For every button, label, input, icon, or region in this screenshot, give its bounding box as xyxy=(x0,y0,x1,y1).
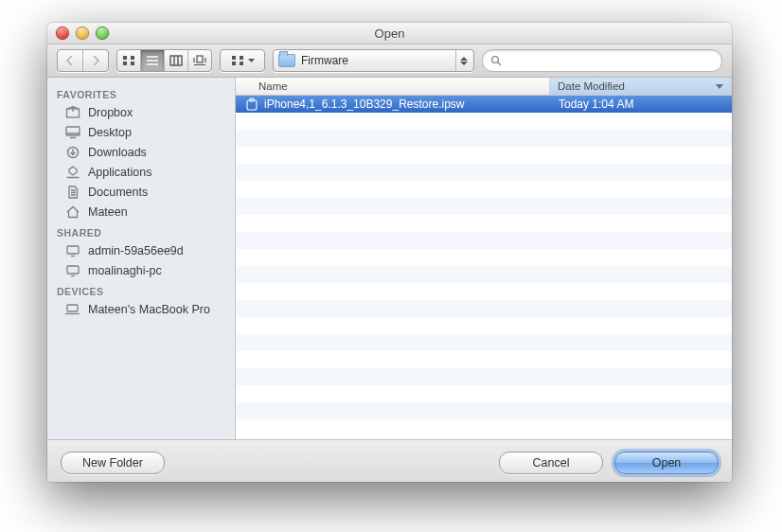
file-rows: iPhone4,1_6.1.3_10B329_Restore.ipswToday… xyxy=(236,96,732,439)
empty-row xyxy=(236,147,732,164)
col-date-modified[interactable]: Date Modified xyxy=(550,78,732,95)
minimize-icon[interactable] xyxy=(76,27,89,40)
dialog-footer: New Folder Cancel Open xyxy=(47,439,732,482)
toolbar: Firmware xyxy=(47,44,732,78)
laptop-icon xyxy=(64,302,80,316)
open-button[interactable]: Open xyxy=(614,452,719,474)
forward-button[interactable] xyxy=(83,50,108,71)
arrange-button[interactable] xyxy=(220,49,265,72)
sidebar-section-header: DEVICES xyxy=(47,280,235,299)
empty-row xyxy=(236,215,732,232)
empty-row xyxy=(236,334,732,351)
empty-row xyxy=(236,283,732,300)
sidebar-item-desktop[interactable]: Desktop xyxy=(47,122,235,142)
sidebar-section-header: FAVORITES xyxy=(47,83,235,102)
svg-rect-0 xyxy=(123,56,127,60)
back-button[interactable] xyxy=(58,50,83,71)
sidebar-item-dropbox[interactable]: Dropbox xyxy=(47,102,235,122)
view-coverflow-button[interactable] xyxy=(188,50,211,71)
sidebar-item-mateen-s-macbook-pro[interactable]: Mateen's MacBook Pro xyxy=(47,299,235,319)
svg-rect-31 xyxy=(67,266,79,274)
sidebar-item-label: Documents xyxy=(88,186,148,199)
empty-row xyxy=(236,317,732,334)
sort-desc-icon xyxy=(716,84,723,89)
sidebar: FAVORITESDropboxDesktopDownloadsApplicat… xyxy=(47,78,236,439)
sidebar-item-label: admin-59a56ee9d xyxy=(88,244,184,257)
view-columns-button[interactable] xyxy=(165,50,188,71)
coverflow-icon xyxy=(192,55,207,66)
sidebar-item-mateen[interactable]: Mateen xyxy=(47,202,235,222)
search-icon xyxy=(490,55,502,66)
view-list-button[interactable] xyxy=(141,50,165,71)
sidebar-item-documents[interactable]: Documents xyxy=(47,182,235,202)
svg-rect-17 xyxy=(240,62,243,65)
empty-row xyxy=(236,232,732,249)
home-icon xyxy=(64,204,80,219)
file-header: Name Date Modified xyxy=(236,78,732,96)
empty-row xyxy=(236,130,732,147)
svg-rect-29 xyxy=(67,246,79,254)
titlebar: Open xyxy=(47,23,732,44)
sidebar-item-label: Downloads xyxy=(88,146,147,159)
empty-row xyxy=(236,402,732,419)
svg-rect-16 xyxy=(232,62,236,65)
sidebar-item-applications[interactable]: Applications xyxy=(47,162,235,182)
file-browser: Name Date Modified iPhone4,1_6.1.3_10B32… xyxy=(236,78,732,439)
view-mode-segment xyxy=(116,49,212,72)
chevron-right-icon xyxy=(92,56,99,65)
svg-line-19 xyxy=(498,62,501,65)
empty-row xyxy=(236,164,732,181)
svg-rect-10 xyxy=(197,56,203,62)
zoom-icon[interactable] xyxy=(96,27,109,40)
sidebar-item-label: Dropbox xyxy=(88,106,133,119)
nav-back-forward xyxy=(57,49,109,72)
file-row[interactable]: iPhone4,1_6.1.3_10B329_Restore.ipswToday… xyxy=(236,96,732,113)
folder-icon xyxy=(278,54,295,67)
window-title: Open xyxy=(47,27,732,41)
box-icon xyxy=(64,105,80,119)
sidebar-item-label: Desktop xyxy=(88,126,132,139)
sidebar-item-label: moalinaghi-pc xyxy=(88,264,162,277)
empty-row xyxy=(236,181,732,198)
empty-row xyxy=(236,198,732,215)
svg-rect-33 xyxy=(67,305,78,311)
new-folder-button[interactable]: New Folder xyxy=(61,452,165,474)
sidebar-item-downloads[interactable]: Downloads xyxy=(47,142,235,162)
svg-rect-3 xyxy=(131,62,134,65)
chevron-down-icon xyxy=(248,59,255,63)
view-icons-button[interactable] xyxy=(117,50,141,71)
display-icon xyxy=(64,243,80,257)
empty-row xyxy=(236,266,732,283)
empty-row xyxy=(236,368,732,385)
empty-row xyxy=(236,351,732,368)
empty-row xyxy=(236,249,732,266)
empty-row xyxy=(236,113,732,130)
sidebar-item-admin-59a56ee9d[interactable]: admin-59a56ee9d xyxy=(47,240,235,260)
sidebar-item-moalinaghi-pc[interactable]: moalinaghi-pc xyxy=(47,260,235,280)
cancel-button[interactable]: Cancel xyxy=(499,452,603,474)
folder-label: Firmware xyxy=(301,54,348,67)
close-icon[interactable] xyxy=(56,27,69,40)
dialog-body: FAVORITESDropboxDesktopDownloadsApplicat… xyxy=(47,78,732,439)
search-field[interactable] xyxy=(482,49,722,72)
col-name[interactable]: Name xyxy=(236,78,550,95)
empty-row xyxy=(236,419,732,436)
file-date-cell: Today 1:04 AM xyxy=(551,98,732,111)
sidebar-item-label: Applications xyxy=(88,166,151,179)
file-name-cell: iPhone4,1_6.1.3_10B329_Restore.ipsw xyxy=(236,98,551,111)
sidebar-item-label: Mateen xyxy=(88,205,128,219)
svg-rect-1 xyxy=(131,56,134,60)
doc-icon xyxy=(64,185,80,199)
updown-icon xyxy=(455,50,471,71)
col-date-label: Date Modified xyxy=(558,80,625,92)
display-icon xyxy=(64,263,80,277)
grid-icon xyxy=(122,55,135,66)
list-icon xyxy=(146,55,159,66)
folder-path-dropdown[interactable]: Firmware xyxy=(273,49,474,72)
traffic-lights xyxy=(56,27,109,40)
sidebar-section-header: SHARED xyxy=(47,222,235,240)
svg-rect-14 xyxy=(232,56,236,60)
svg-point-18 xyxy=(492,57,499,63)
svg-rect-2 xyxy=(123,62,127,65)
search-input[interactable] xyxy=(507,53,714,68)
